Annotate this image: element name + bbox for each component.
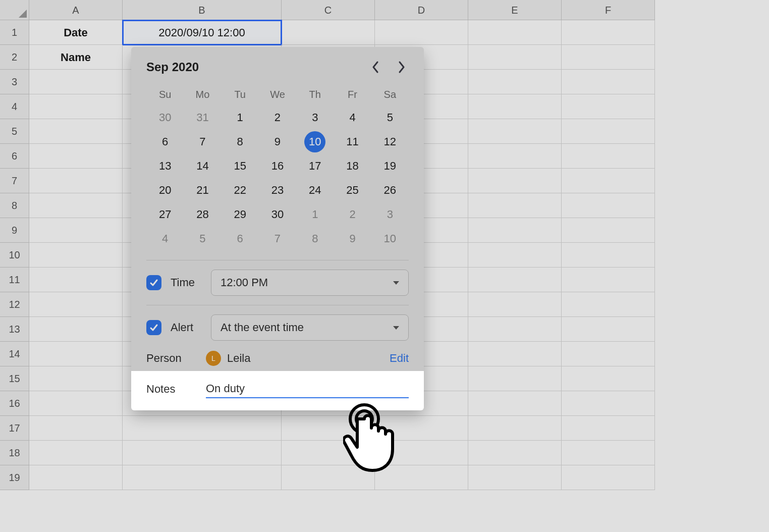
- cell-A12[interactable]: [29, 292, 123, 317]
- cell-E16[interactable]: [468, 391, 562, 416]
- cell-A18[interactable]: [29, 441, 123, 465]
- next-month-button[interactable]: [395, 60, 409, 74]
- row-header-8[interactable]: 8: [0, 193, 29, 218]
- cell-A3[interactable]: [29, 70, 123, 94]
- cell-F10[interactable]: [562, 243, 655, 268]
- cell-A8[interactable]: [29, 193, 123, 218]
- cell-F19[interactable]: [562, 465, 655, 490]
- day-16[interactable]: 16: [259, 154, 296, 178]
- day-6-muted[interactable]: 6: [222, 227, 259, 251]
- day-27[interactable]: 27: [146, 202, 184, 227]
- row-header-10[interactable]: 10: [0, 243, 29, 268]
- day-9[interactable]: 9: [259, 130, 296, 154]
- cell-E6[interactable]: [468, 144, 562, 169]
- row-header-1[interactable]: 1: [0, 20, 29, 45]
- day-7[interactable]: 7: [184, 130, 221, 154]
- day-30-muted[interactable]: 30: [146, 105, 184, 130]
- cell-A1[interactable]: Date: [29, 20, 123, 45]
- row-header-3[interactable]: 3: [0, 70, 29, 94]
- cell-B19[interactable]: [123, 465, 282, 490]
- day-4[interactable]: 4: [334, 105, 371, 130]
- day-1[interactable]: 1: [222, 105, 259, 130]
- day-18[interactable]: 18: [334, 154, 371, 178]
- row-header-4[interactable]: 4: [0, 94, 29, 119]
- cell-E13[interactable]: [468, 317, 562, 342]
- day-20[interactable]: 20: [146, 178, 184, 202]
- col-header-F[interactable]: F: [562, 0, 655, 20]
- time-dropdown[interactable]: 12:00 PM: [211, 270, 409, 296]
- day-15[interactable]: 15: [222, 154, 259, 178]
- cell-F1[interactable]: [562, 20, 655, 45]
- day-22[interactable]: 22: [222, 178, 259, 202]
- cell-E10[interactable]: [468, 243, 562, 268]
- cell-C1[interactable]: [282, 20, 375, 45]
- row-header-2[interactable]: 2: [0, 45, 29, 70]
- cell-A11[interactable]: [29, 268, 123, 292]
- day-5-muted[interactable]: 5: [184, 227, 221, 251]
- day-4-muted[interactable]: 4: [146, 227, 184, 251]
- cell-A6[interactable]: [29, 144, 123, 169]
- day-17[interactable]: 17: [296, 154, 334, 178]
- cell-C17[interactable]: [282, 416, 375, 441]
- day-10[interactable]: 10: [304, 131, 325, 152]
- cell-E14[interactable]: [468, 342, 562, 366]
- cell-C18[interactable]: [282, 441, 375, 465]
- day-8[interactable]: 8: [222, 130, 259, 154]
- cell-D1[interactable]: [375, 20, 468, 45]
- cell-A9[interactable]: [29, 218, 123, 243]
- day-23[interactable]: 23: [259, 178, 296, 202]
- row-header-6[interactable]: 6: [0, 144, 29, 169]
- cell-E4[interactable]: [468, 94, 562, 119]
- day-6[interactable]: 6: [146, 130, 184, 154]
- row-header-14[interactable]: 14: [0, 342, 29, 366]
- cell-A19[interactable]: [29, 465, 123, 490]
- cell-F5[interactable]: [562, 119, 655, 144]
- row-header-18[interactable]: 18: [0, 441, 29, 465]
- cell-A13[interactable]: [29, 317, 123, 342]
- col-header-A[interactable]: A: [29, 0, 123, 20]
- prev-month-button[interactable]: [368, 60, 382, 74]
- cell-E5[interactable]: [468, 119, 562, 144]
- day-24[interactable]: 24: [296, 178, 334, 202]
- cell-E19[interactable]: [468, 465, 562, 490]
- cell-D18[interactable]: [375, 441, 468, 465]
- alert-checkbox[interactable]: [146, 320, 161, 335]
- cell-E2[interactable]: [468, 45, 562, 70]
- day-2-muted[interactable]: 2: [334, 202, 371, 227]
- cell-F12[interactable]: [562, 292, 655, 317]
- cell-E1[interactable]: [468, 20, 562, 45]
- cell-A4[interactable]: [29, 94, 123, 119]
- alert-dropdown[interactable]: At the event time: [211, 314, 409, 341]
- day-10-muted[interactable]: 10: [371, 227, 409, 251]
- cell-E8[interactable]: [468, 193, 562, 218]
- day-1-muted[interactable]: 1: [296, 202, 334, 227]
- cell-D19[interactable]: [375, 465, 468, 490]
- row-header-17[interactable]: 17: [0, 416, 29, 441]
- col-header-C[interactable]: C: [282, 0, 375, 20]
- day-12[interactable]: 12: [371, 130, 409, 154]
- day-5[interactable]: 5: [371, 105, 409, 130]
- col-header-D[interactable]: D: [375, 0, 468, 20]
- day-7-muted[interactable]: 7: [259, 227, 296, 251]
- cell-E7[interactable]: [468, 169, 562, 193]
- row-header-5[interactable]: 5: [0, 119, 29, 144]
- row-header-12[interactable]: 12: [0, 292, 29, 317]
- cell-C19[interactable]: [282, 465, 375, 490]
- day-29[interactable]: 29: [222, 202, 259, 227]
- cell-F17[interactable]: [562, 416, 655, 441]
- edit-person-link[interactable]: Edit: [390, 352, 409, 365]
- cell-F3[interactable]: [562, 70, 655, 94]
- row-header-19[interactable]: 19: [0, 465, 29, 490]
- cell-A5[interactable]: [29, 119, 123, 144]
- cell-E15[interactable]: [468, 366, 562, 391]
- cell-F14[interactable]: [562, 342, 655, 366]
- day-3[interactable]: 3: [296, 105, 334, 130]
- row-header-15[interactable]: 15: [0, 366, 29, 391]
- cell-F18[interactable]: [562, 441, 655, 465]
- col-header-E[interactable]: E: [468, 0, 562, 20]
- day-14[interactable]: 14: [184, 154, 221, 178]
- day-8-muted[interactable]: 8: [296, 227, 334, 251]
- cell-F7[interactable]: [562, 169, 655, 193]
- day-26[interactable]: 26: [371, 178, 409, 202]
- day-11[interactable]: 11: [334, 130, 371, 154]
